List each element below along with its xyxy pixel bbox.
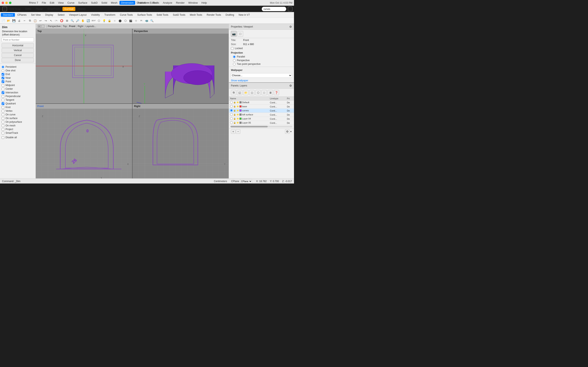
tool-paste[interactable]: 📋 [33,18,38,23]
project-checkbox[interactable] [2,128,4,131]
tool-pan[interactable]: ✋ [80,18,85,23]
layer-default[interactable]: 🔒 ⭐ Default Conti... De [229,100,294,105]
tab-render-tools[interactable]: Render Tools [205,13,223,17]
tab-new-in-v7[interactable]: New in V7 [237,13,252,17]
tab-standard[interactable]: Standard [1,13,15,17]
snap-center[interactable]: Center [0,87,35,91]
vp-tab-front[interactable]: Front [69,25,75,28]
tool-mesh[interactable]: ⬡ [123,18,128,23]
viewport-grid-icon[interactable]: ⊞ [38,25,41,28]
layer-default-radio[interactable] [230,101,233,104]
snap-planar[interactable]: Planar [34,7,45,11]
tool-snap[interactable]: ⊹ [134,18,138,23]
on-surface-checkbox[interactable] [2,117,4,120]
layer-icon-1[interactable]: ⧉ [231,90,236,95]
show-wallpaper-link[interactable]: Show wallpaper [229,79,294,82]
end-checkbox[interactable] [2,73,4,76]
tool-rotate[interactable]: 🔄 [86,18,91,23]
view-maximize[interactable]: ⧉ [288,7,292,11]
layer-icon-4[interactable]: ◻ [249,90,255,95]
tab-subd-tools[interactable]: SubD Tools [171,13,187,17]
snap-disable-all[interactable]: Disable all [0,136,35,139]
tool-sphere[interactable]: ⬤ [118,18,122,23]
knot-checkbox[interactable] [2,106,4,109]
snap-on-mesh[interactable]: On mesh [0,124,35,127]
one-shot-radio[interactable] [2,69,4,72]
menu-apple[interactable] [24,1,27,5]
viewport-perspective[interactable]: X Y Perspective [132,29,229,103]
dim-input[interactable] [2,38,34,42]
layer-icon-8[interactable]: ❓ [274,90,279,95]
layer-04-radio[interactable] [230,117,233,120]
tool-rhino[interactable]: 🦏 [144,18,149,23]
near-checkbox[interactable] [2,77,4,79]
tool-render[interactable]: 🎬 [128,18,133,23]
cplane-selector[interactable]: CPlane CPlane [231,179,252,183]
tool-lasso[interactable]: ⭕ [59,18,64,23]
snap-grid[interactable]: Grid Snap [8,7,22,11]
vp-tab-right[interactable]: Right [78,25,83,28]
snap-on-polysurface[interactable]: On polysurface [0,120,35,124]
layers-gear[interactable]: ⚙ [289,84,292,87]
tool-circle[interactable]: ○ [112,18,117,23]
prop-layout-icon[interactable]: □ [237,31,243,37]
tool-cut[interactable]: ✂ [22,18,27,23]
two-point-radio[interactable] [233,63,236,66]
tool-search[interactable]: 🔍 [149,18,154,23]
menu-surface[interactable]: Surface [77,1,89,5]
tool-pt-on[interactable]: Pt [139,18,144,23]
menu-help[interactable]: Help [200,1,209,5]
snap-vertex[interactable]: Vertex [0,109,35,113]
layout-toggle[interactable]: ⊞ [2,7,7,11]
menu-render[interactable]: Render [174,1,186,5]
perpendicular-checkbox[interactable] [2,95,4,98]
layer-loft[interactable]: 🔒 ⭐ loft surface Conti... De [229,113,294,117]
tool-undo[interactable]: ↩ [38,18,43,23]
tab-drafting[interactable]: Drafting [224,13,236,17]
tool-zoom-window[interactable]: 🔍 [70,18,75,23]
one-shot-option[interactable]: One shot [0,69,35,72]
tab-transform[interactable]: Transform [102,13,117,17]
layer-loft-radio[interactable] [230,113,233,116]
snap-midpoint[interactable]: Midpoint [0,83,35,87]
prop-camera-icon[interactable]: 📷 [231,31,237,37]
layer-settings-button[interactable]: ⚙ [285,129,290,134]
vp-tab-layouts[interactable]: Layouts... [86,25,96,28]
snap-perpendicular[interactable]: Perpendicular [0,94,35,98]
snap-ortho[interactable]: Ortho [23,7,33,11]
menu-analyze[interactable]: Analyze [161,1,174,5]
tool-points[interactable]: ⬡ [96,18,101,23]
tool-save[interactable]: 💾 [11,18,16,23]
viewport-right[interactable]: Z Y Right [132,104,229,178]
proj-parallel[interactable]: Parallel [229,55,294,58]
vp-tab-perspective[interactable]: Perspective [48,25,61,28]
layer-remove-button[interactable]: − [236,129,240,134]
tool-print[interactable]: 🖨 [17,18,22,23]
perspective-radio[interactable] [233,59,236,62]
snap-tangent[interactable]: Tangent [0,98,35,102]
snap-smarttrack[interactable]: SmartTrack [0,131,35,135]
quadrant-checkbox[interactable] [2,102,4,105]
properties-gear[interactable]: ⚙ [289,25,292,28]
snap-knot[interactable]: Knot [0,105,35,109]
menu-window[interactable]: Window [187,1,199,5]
snap-gumball[interactable]: Gumball [62,7,75,11]
locked-checkbox[interactable] [231,47,233,50]
midpoint-checkbox[interactable] [2,84,4,87]
tool-redo[interactable]: ↪ [43,18,48,23]
menu-appname[interactable]: Rhino 7 [27,1,40,5]
layers-scrollbar[interactable] [231,126,292,127]
tool-light[interactable]: 💡 [102,18,107,23]
menu-curve[interactable]: Curve [66,1,76,5]
tab-cplanes[interactable]: CPlanes [15,13,29,17]
tab-display[interactable]: Display [43,13,55,17]
persistent-radio[interactable] [2,66,4,68]
tab-set-view[interactable]: Set View [29,13,43,17]
layer-05[interactable]: 🔒 ⭐ Layer 05 Conti... De [229,121,294,125]
vp-tab-icon-grid[interactable]: ⊞ □ [36,25,45,28]
layer-05-radio[interactable] [230,121,233,124]
tool-window-select[interactable]: □↖ [54,18,59,23]
snap-quadrant[interactable]: Quadrant [0,102,35,105]
tool-new[interactable]: 📄 [1,18,6,23]
snap-point[interactable]: Point [0,80,35,83]
